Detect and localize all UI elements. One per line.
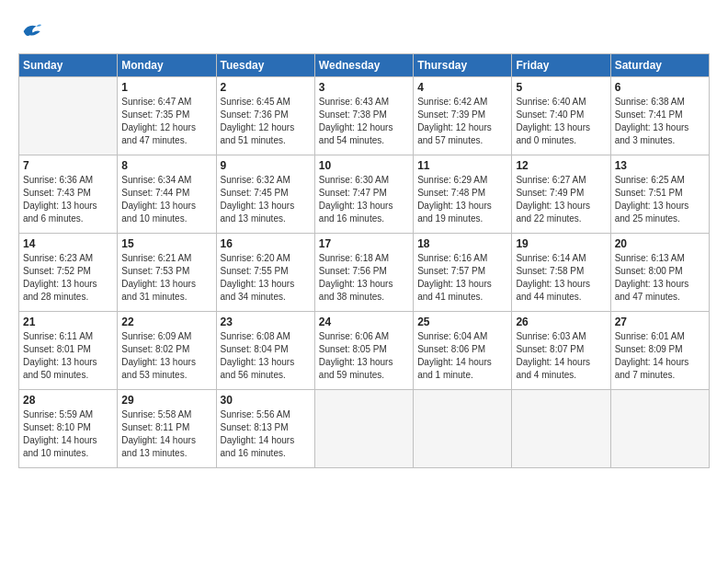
page-header (18, 18, 710, 44)
calendar-cell: 25Sunrise: 6:04 AM Sunset: 8:06 PM Dayli… (414, 312, 512, 390)
day-number: 30 (221, 394, 311, 407)
day-info: Sunrise: 6:29 AM Sunset: 7:48 PM Dayligh… (417, 174, 507, 225)
day-number: 12 (516, 159, 606, 172)
day-number: 4 (417, 81, 507, 94)
day-info: Sunrise: 6:13 AM Sunset: 8:00 PM Dayligh… (615, 252, 705, 304)
calendar-cell (512, 390, 610, 468)
day-info: Sunrise: 6:16 AM Sunset: 7:57 PM Dayligh… (417, 252, 507, 304)
calendar-cell: 27Sunrise: 6:01 AM Sunset: 8:09 PM Dayli… (610, 312, 709, 390)
day-number: 13 (615, 159, 705, 172)
day-info: Sunrise: 6:25 AM Sunset: 7:51 PM Dayligh… (615, 174, 705, 225)
day-number: 1 (121, 81, 211, 94)
calendar-cell: 4Sunrise: 6:42 AM Sunset: 7:39 PM Daylig… (414, 77, 512, 155)
day-info: Sunrise: 6:04 AM Sunset: 8:06 PM Dayligh… (417, 330, 507, 382)
calendar-week-row: 14Sunrise: 6:23 AM Sunset: 7:52 PM Dayli… (19, 234, 710, 312)
calendar-cell (414, 390, 512, 468)
day-number: 20 (615, 237, 705, 250)
day-number: 7 (23, 159, 113, 172)
day-info: Sunrise: 6:01 AM Sunset: 8:09 PM Dayligh… (615, 330, 705, 382)
day-number: 24 (319, 316, 409, 328)
calendar-cell: 5Sunrise: 6:40 AM Sunset: 7:40 PM Daylig… (512, 77, 610, 155)
day-number: 2 (221, 81, 311, 94)
calendar-cell: 2Sunrise: 6:45 AM Sunset: 7:36 PM Daylig… (216, 77, 314, 155)
day-number: 6 (615, 81, 705, 94)
day-info: Sunrise: 6:14 AM Sunset: 7:58 PM Dayligh… (516, 252, 606, 304)
weekday-header-friday: Friday (512, 54, 610, 77)
day-info: Sunrise: 6:09 AM Sunset: 8:02 PM Dayligh… (121, 330, 211, 382)
day-info: Sunrise: 5:58 AM Sunset: 8:11 PM Dayligh… (121, 408, 211, 460)
day-info: Sunrise: 6:21 AM Sunset: 7:53 PM Dayligh… (121, 252, 211, 304)
calendar-week-row: 1Sunrise: 6:47 AM Sunset: 7:35 PM Daylig… (19, 77, 710, 155)
day-info: Sunrise: 6:32 AM Sunset: 7:45 PM Dayligh… (221, 174, 311, 225)
calendar-week-row: 28Sunrise: 5:59 AM Sunset: 8:10 PM Dayli… (19, 390, 710, 468)
day-number: 15 (121, 237, 211, 250)
day-number: 11 (417, 159, 507, 172)
day-info: Sunrise: 6:36 AM Sunset: 7:43 PM Dayligh… (23, 174, 113, 225)
weekday-header-sunday: Sunday (19, 54, 118, 77)
calendar-cell: 19Sunrise: 6:14 AM Sunset: 7:58 PM Dayli… (512, 234, 610, 312)
day-info: Sunrise: 6:45 AM Sunset: 7:36 PM Dayligh… (221, 96, 311, 147)
calendar-cell: 6Sunrise: 6:38 AM Sunset: 7:41 PM Daylig… (610, 77, 709, 155)
day-info: Sunrise: 6:06 AM Sunset: 8:05 PM Dayligh… (319, 330, 409, 382)
day-info: Sunrise: 6:30 AM Sunset: 7:47 PM Dayligh… (319, 174, 409, 225)
weekday-header-saturday: Saturday (610, 54, 709, 77)
calendar-table: SundayMondayTuesdayWednesdayThursdayFrid… (18, 53, 710, 468)
calendar-cell (314, 390, 413, 468)
day-number: 9 (221, 159, 311, 172)
calendar-cell: 13Sunrise: 6:25 AM Sunset: 7:51 PM Dayli… (610, 155, 709, 234)
day-number: 10 (319, 159, 409, 172)
day-info: Sunrise: 6:23 AM Sunset: 7:52 PM Dayligh… (23, 252, 113, 304)
calendar-cell: 26Sunrise: 6:03 AM Sunset: 8:07 PM Dayli… (512, 312, 610, 390)
calendar-week-row: 21Sunrise: 6:11 AM Sunset: 8:01 PM Dayli… (19, 312, 710, 390)
calendar-cell: 10Sunrise: 6:30 AM Sunset: 7:47 PM Dayli… (314, 155, 413, 234)
day-number: 17 (319, 237, 409, 250)
day-number: 25 (417, 316, 507, 328)
day-number: 16 (221, 237, 311, 250)
day-info: Sunrise: 6:34 AM Sunset: 7:44 PM Dayligh… (121, 174, 211, 225)
day-number: 8 (121, 159, 211, 172)
day-number: 27 (615, 316, 705, 328)
calendar-cell: 21Sunrise: 6:11 AM Sunset: 8:01 PM Dayli… (19, 312, 118, 390)
day-number: 3 (319, 81, 409, 94)
day-number: 23 (221, 316, 311, 328)
day-info: Sunrise: 6:38 AM Sunset: 7:41 PM Dayligh… (615, 96, 705, 147)
calendar-cell: 3Sunrise: 6:43 AM Sunset: 7:38 PM Daylig… (314, 77, 413, 155)
day-info: Sunrise: 6:42 AM Sunset: 7:39 PM Dayligh… (417, 96, 507, 147)
day-info: Sunrise: 6:18 AM Sunset: 7:56 PM Dayligh… (319, 252, 409, 304)
calendar-cell: 8Sunrise: 6:34 AM Sunset: 7:44 PM Daylig… (118, 155, 216, 234)
day-number: 26 (516, 316, 606, 328)
day-number: 14 (23, 237, 113, 250)
calendar-cell: 20Sunrise: 6:13 AM Sunset: 8:00 PM Dayli… (610, 234, 709, 312)
weekday-header-row: SundayMondayTuesdayWednesdayThursdayFrid… (19, 54, 710, 77)
day-number: 29 (121, 394, 211, 407)
calendar-cell: 23Sunrise: 6:08 AM Sunset: 8:04 PM Dayli… (216, 312, 314, 390)
calendar-cell: 17Sunrise: 6:18 AM Sunset: 7:56 PM Dayli… (314, 234, 413, 312)
day-info: Sunrise: 6:40 AM Sunset: 7:40 PM Dayligh… (516, 96, 606, 147)
calendar-cell: 18Sunrise: 6:16 AM Sunset: 7:57 PM Dayli… (414, 234, 512, 312)
calendar-cell: 24Sunrise: 6:06 AM Sunset: 8:05 PM Dayli… (314, 312, 413, 390)
calendar-cell: 12Sunrise: 6:27 AM Sunset: 7:49 PM Dayli… (512, 155, 610, 234)
weekday-header-monday: Monday (118, 54, 216, 77)
weekday-header-wednesday: Wednesday (314, 54, 413, 77)
calendar-cell: 30Sunrise: 5:56 AM Sunset: 8:13 PM Dayli… (216, 390, 314, 468)
day-info: Sunrise: 6:47 AM Sunset: 7:35 PM Dayligh… (121, 96, 211, 147)
calendar-cell: 9Sunrise: 6:32 AM Sunset: 7:45 PM Daylig… (216, 155, 314, 234)
day-info: Sunrise: 6:43 AM Sunset: 7:38 PM Dayligh… (319, 96, 409, 147)
day-info: Sunrise: 5:59 AM Sunset: 8:10 PM Dayligh… (23, 408, 113, 460)
day-info: Sunrise: 6:27 AM Sunset: 7:49 PM Dayligh… (516, 174, 606, 225)
day-number: 22 (121, 316, 211, 328)
day-info: Sunrise: 6:03 AM Sunset: 8:07 PM Dayligh… (516, 330, 606, 382)
calendar-cell: 29Sunrise: 5:58 AM Sunset: 8:11 PM Dayli… (118, 390, 216, 468)
calendar-cell: 14Sunrise: 6:23 AM Sunset: 7:52 PM Dayli… (19, 234, 118, 312)
calendar-cell: 7Sunrise: 6:36 AM Sunset: 7:43 PM Daylig… (19, 155, 118, 234)
weekday-header-tuesday: Tuesday (216, 54, 314, 77)
calendar-cell (19, 77, 118, 155)
day-number: 18 (417, 237, 507, 250)
calendar-week-row: 7Sunrise: 6:36 AM Sunset: 7:43 PM Daylig… (19, 155, 710, 234)
weekday-header-thursday: Thursday (414, 54, 512, 77)
day-number: 28 (23, 394, 113, 407)
calendar-cell: 1Sunrise: 6:47 AM Sunset: 7:35 PM Daylig… (118, 77, 216, 155)
calendar-cell: 22Sunrise: 6:09 AM Sunset: 8:02 PM Dayli… (118, 312, 216, 390)
day-number: 19 (516, 237, 606, 250)
calendar-cell (610, 390, 709, 468)
